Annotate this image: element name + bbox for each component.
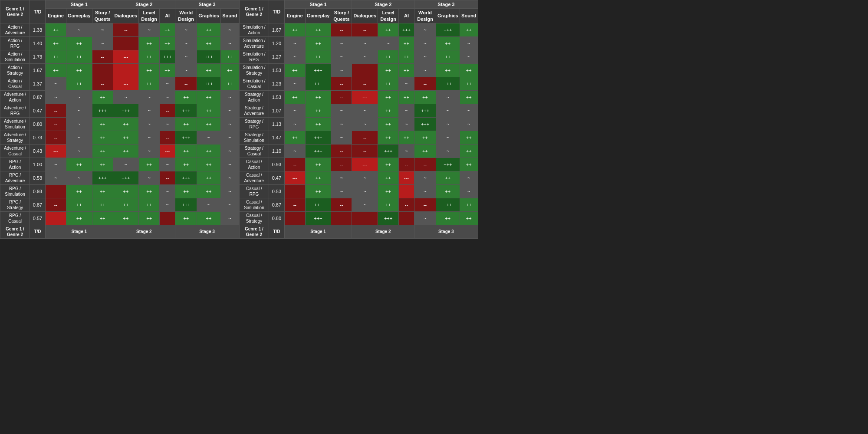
data-cell: --- (352, 158, 378, 171)
data-cell: ++ (92, 158, 113, 171)
genre-cell: Casual /Adventure (239, 171, 269, 184)
genre-cell: Simulation /Casual (239, 77, 269, 90)
genre-cell: Adventure /Casual (0, 144, 30, 158)
data-cell: ~ (460, 36, 478, 50)
genre-cell: Strategy /Simulation (239, 131, 269, 144)
data-cell: ~ (46, 171, 66, 184)
td-header: T/D (30, 0, 46, 23)
table-row: Adventure /Action0.87~~++~~~++++~ (0, 90, 239, 104)
data-cell: ++ (378, 131, 399, 144)
data-cell: -- (331, 23, 352, 36)
data-cell: +++ (160, 50, 175, 63)
data-cell: ~ (331, 104, 352, 117)
data-cell: +++ (305, 211, 331, 225)
table-row: RPG /Adventure0.53~~++++++~--+++++~ (0, 171, 239, 184)
data-cell: ~ (220, 117, 239, 131)
data-cell: -- (352, 77, 378, 90)
genre-cell: Action /Casual (0, 77, 30, 90)
data-cell: -- (399, 211, 414, 225)
genre-cell: Casual /Strategy (239, 211, 269, 225)
data-cell: ~ (220, 184, 239, 198)
data-cell: -- (284, 211, 305, 225)
data-cell: ~ (352, 104, 378, 117)
data-cell: ++ (46, 50, 66, 63)
data-cell: ~ (197, 198, 221, 211)
data-cell: -- (160, 131, 175, 144)
data-cell: +++ (414, 104, 436, 117)
data-cell: ~ (66, 171, 92, 184)
data-cell: ++ (436, 50, 460, 63)
data-cell: ++ (92, 144, 113, 158)
data-cell: ++ (197, 184, 221, 198)
data-cell: +++ (175, 171, 197, 184)
right-footer-row: Genre 1 /Genre 2 T/D Stage 1 Stage 2 Sta… (239, 225, 478, 238)
data-cell: +++ (378, 211, 399, 225)
data-cell: ~ (284, 117, 305, 131)
data-cell: ++ (175, 117, 197, 131)
data-cell: ++ (197, 144, 221, 158)
genre-cell: Casual /RPG (239, 184, 269, 198)
data-cell: -- (284, 198, 305, 211)
col-worlddesign: WorldDesign (175, 9, 197, 23)
genre-cell: Strategy /RPG (239, 117, 269, 131)
right-col-ai: AI (399, 9, 414, 23)
right-footer-stage3: Stage 3 (414, 225, 478, 238)
data-cell: ++ (175, 184, 197, 198)
td-value: 1.37 (30, 77, 46, 90)
data-cell: ~ (46, 90, 66, 104)
data-cell: ++ (113, 184, 139, 198)
genre-cell: RPG /Casual (0, 211, 30, 225)
right-td-header: T/D (269, 0, 284, 23)
data-cell: ++ (197, 158, 221, 171)
data-cell: ~ (113, 158, 139, 171)
data-cell: +++ (113, 171, 139, 184)
data-cell: ++ (284, 23, 305, 36)
table-row: Adventure /RPG0.47--~++++++~--+++++~ (0, 104, 239, 117)
td-value: 0.53 (269, 184, 284, 198)
data-cell: ++ (460, 131, 478, 144)
data-cell: -- (92, 63, 113, 77)
data-cell: ++ (175, 158, 197, 171)
data-cell: ~ (160, 77, 175, 90)
data-cell: ++ (66, 77, 92, 90)
data-cell: ++ (139, 77, 160, 90)
data-cell: ++ (460, 77, 478, 90)
data-cell: ++ (414, 144, 436, 158)
table-row: Simulation /Strategy1.53+++++~--++++~+++… (239, 63, 478, 77)
data-cell: +++ (92, 171, 113, 184)
data-cell: +++ (305, 144, 331, 158)
data-cell: ~ (378, 36, 399, 50)
genre-cell: Casual /Action (239, 158, 269, 171)
genre-cell: RPG /Adventure (0, 171, 30, 184)
table-row: Action /Casual1.37~++-----++~--+++++ (0, 77, 239, 90)
data-cell: ++ (92, 184, 113, 198)
stage2-header: Stage 2 (113, 0, 175, 9)
data-cell: ++ (378, 23, 399, 36)
genre-cell: Adventure /Simulation (0, 117, 30, 131)
data-cell: ++ (197, 90, 221, 104)
footer-stage1: Stage 1 (46, 225, 113, 238)
genre-cell: Adventure /RPG (0, 104, 30, 117)
data-cell: ++ (92, 211, 113, 225)
data-cell: +++ (113, 104, 139, 117)
data-cell: ++ (139, 198, 160, 211)
data-cell: ~ (46, 158, 66, 171)
data-cell: +++ (305, 131, 331, 144)
stage3-header: Stage 3 (175, 0, 239, 9)
footer-stage2: Stage 2 (113, 225, 175, 238)
table-row: Action /RPG1.40++++~--++++~++~ (0, 36, 239, 50)
data-cell: ++ (197, 117, 221, 131)
data-cell: ++ (113, 211, 139, 225)
data-cell: ++ (378, 198, 399, 211)
data-cell: ++ (175, 211, 197, 225)
table-row: Adventure /Simulation0.80--~++++~~++++~ (0, 117, 239, 131)
data-cell: ~ (436, 90, 460, 104)
td-value: 1.23 (269, 77, 284, 90)
td-value: 1.40 (30, 36, 46, 50)
data-cell: +++ (305, 198, 331, 211)
data-cell: -- (113, 23, 139, 36)
data-cell: ~ (220, 131, 239, 144)
data-cell: +++ (436, 198, 460, 211)
data-cell: ~ (352, 171, 378, 184)
td-value: 0.73 (30, 131, 46, 144)
